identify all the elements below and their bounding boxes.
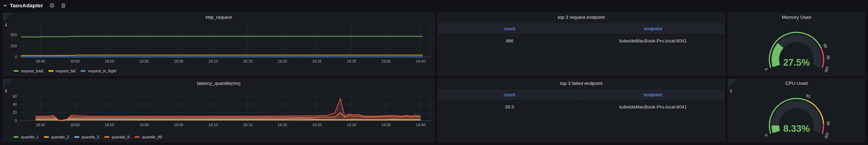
gauge-value-text: 8.33% — [783, 123, 810, 134]
legend-item-quantile_2[interactable]: quantile_2 — [44, 135, 69, 139]
y-tick-label: 500 — [10, 33, 17, 37]
legend-swatch — [48, 70, 53, 72]
panel-info-corner[interactable]: i — [728, 79, 738, 88]
legend-label: quantile_99 — [142, 135, 162, 139]
x-tick-label: 19:15 — [243, 59, 253, 63]
x-tick-label: 19:35 — [381, 123, 391, 127]
info-icon: i — [5, 23, 7, 27]
trash-icon — [61, 3, 66, 8]
x-tick-label: 18:50 — [70, 123, 80, 127]
gauge-tick-label: 60 — [806, 93, 811, 99]
gauge-tick-label: 100 — [824, 66, 830, 73]
x-tick-label: 19:00 — [139, 59, 149, 63]
y-tick-label: 0 — [15, 55, 17, 59]
x-tick-label: 19:30 — [347, 59, 356, 63]
gauge-threshold-arc — [822, 124, 824, 134]
gauge-tick-label: 90 — [826, 55, 831, 60]
y-tick-label: 20 — [13, 110, 17, 114]
table-header-row: count endpoint — [438, 89, 725, 100]
table-row: 466 liubeideMacBook-Pro.local:6041 — [438, 34, 725, 48]
panel-title[interactable]: http_request — [3, 15, 434, 20]
panel-top3-request-endpoint: top 3 request endpoint count endpoint 46… — [437, 13, 725, 76]
y-tick-label: 40 — [13, 102, 17, 106]
x-tick-label: 19:25 — [312, 59, 322, 63]
panel-title[interactable]: latency_quantile(ms) — [3, 81, 434, 86]
row-settings-button[interactable]: ⚙ — [49, 2, 55, 9]
x-tick-label: 19:05 — [174, 59, 183, 63]
panel-title[interactable]: top 3 request endpoint — [438, 15, 725, 20]
legend-item-quantile_9[interactable]: quantile_9 — [104, 135, 129, 139]
failed-endpoint-table: count endpoint 39.5 liubeideMacBook-Pro.… — [438, 89, 725, 114]
dashboard-row-header[interactable]: TaosAdapter ⚙ — [0, 0, 66, 11]
cell-endpoint: liubeideMacBook-Pro.local:6041 — [581, 100, 725, 113]
legend-swatch — [104, 136, 109, 138]
series-area-quantile_99 — [36, 98, 421, 121]
legend-item-quantile_99[interactable]: quantile_99 — [135, 135, 162, 139]
x-tick-label: 19:10 — [209, 59, 218, 63]
legend-label: quantile_9 — [112, 135, 129, 139]
legend-item-request_fail[interactable]: request_fail — [48, 69, 76, 73]
table-header-count[interactable]: count — [438, 23, 581, 34]
legend-item-quantile_5[interactable]: quantile_5 — [74, 135, 99, 139]
gauge-tick-label: 100 — [824, 132, 830, 139]
gauge-value-arc — [775, 126, 776, 132]
chart-legend: request_totalrequest_failrequest_in_flig… — [14, 69, 116, 73]
row-delete-button[interactable] — [61, 3, 66, 8]
cpu-gauge: 060901008.33% — [728, 87, 865, 142]
table-header-row: count endpoint — [438, 23, 725, 34]
table-row: 39.5 liubeideMacBook-Pro.local:6041 — [438, 100, 725, 114]
legend-item-request_total[interactable]: request_total — [14, 69, 43, 73]
gauge-tick-label: 90 — [826, 121, 831, 126]
x-tick-label: 19:00 — [139, 123, 149, 127]
legend-swatch — [44, 136, 49, 138]
chevron-down-icon[interactable] — [3, 3, 8, 8]
y-tick-label: 250 — [10, 44, 17, 48]
legend-item-request_in_flight[interactable]: request_in_flight — [81, 69, 116, 73]
x-tick-label: 19:25 — [312, 123, 322, 127]
x-tick-label: 19:15 — [243, 123, 253, 127]
legend-item-quantile_1[interactable]: quantile_1 — [14, 135, 39, 139]
x-tick-label: 19:35 — [381, 59, 391, 63]
x-tick-label: 19:40 — [416, 59, 425, 63]
gauge-value-text: 27.5% — [783, 57, 810, 68]
legend-swatch — [14, 136, 18, 138]
panel-latency-quantile: i latency_quantile(ms) 020406018:4518:50… — [3, 79, 435, 142]
legend-label: request_total — [21, 69, 43, 73]
panel-title[interactable]: top 3 failed endpoint — [438, 81, 725, 86]
legend-label: request_fail — [56, 69, 76, 73]
x-tick-label: 19:20 — [278, 59, 287, 63]
info-icon: i — [5, 89, 7, 93]
series-line-request_total — [21, 37, 422, 37]
legend-label: request_in_flight — [88, 69, 116, 73]
table-header-endpoint[interactable]: endpoint — [581, 89, 725, 100]
panel-title[interactable]: Memory Used — [728, 15, 865, 20]
legend-label: quantile_5 — [82, 135, 99, 139]
row-title[interactable]: TaosAdapter — [10, 2, 43, 9]
x-tick-label: 19:30 — [347, 123, 356, 127]
x-tick-label: 19:10 — [209, 123, 218, 127]
table-header-count[interactable]: count — [438, 89, 581, 100]
panel-cpu-used: i CPU Used 060901008.33% — [728, 79, 865, 142]
legend-label: quantile_2 — [51, 135, 69, 139]
gauge-tick-label: 80 — [823, 43, 828, 49]
panel-http-request: i http_request 025050018:4518:5018:5519:… — [3, 13, 435, 76]
memory-gauge: 0809010027.5% — [728, 21, 865, 75]
x-tick-label: 18:50 — [70, 59, 80, 63]
y-tick-label: 0 — [15, 119, 17, 123]
gear-icon: ⚙ — [49, 2, 55, 9]
http-request-chart[interactable]: 025050018:4518:5018:5519:0019:0519:1019:… — [3, 13, 434, 75]
x-tick-label: 19:40 — [416, 123, 425, 127]
request-endpoint-table: count endpoint 466 liubeideMacBook-Pro.l… — [438, 23, 725, 48]
panel-info-corner[interactable]: i — [3, 79, 13, 88]
x-tick-label: 18:45 — [36, 59, 45, 63]
chart-legend: quantile_1quantile_2quantile_5quantile_9… — [14, 135, 162, 139]
latency-quantile-chart[interactable]: 020406018:4518:5018:5519:0019:0519:1019:… — [3, 79, 434, 142]
info-icon: i — [730, 89, 732, 93]
panel-title[interactable]: CPU Used — [728, 81, 865, 86]
panel-memory-used: Memory Used 0809010027.5% — [728, 13, 865, 76]
panel-info-corner[interactable]: i — [3, 13, 13, 22]
x-tick-label: 18:55 — [105, 123, 114, 127]
gauge-value-arc — [775, 46, 780, 66]
table-header-endpoint[interactable]: endpoint — [581, 23, 725, 34]
cell-endpoint: liubeideMacBook-Pro.local:6041 — [581, 34, 725, 47]
